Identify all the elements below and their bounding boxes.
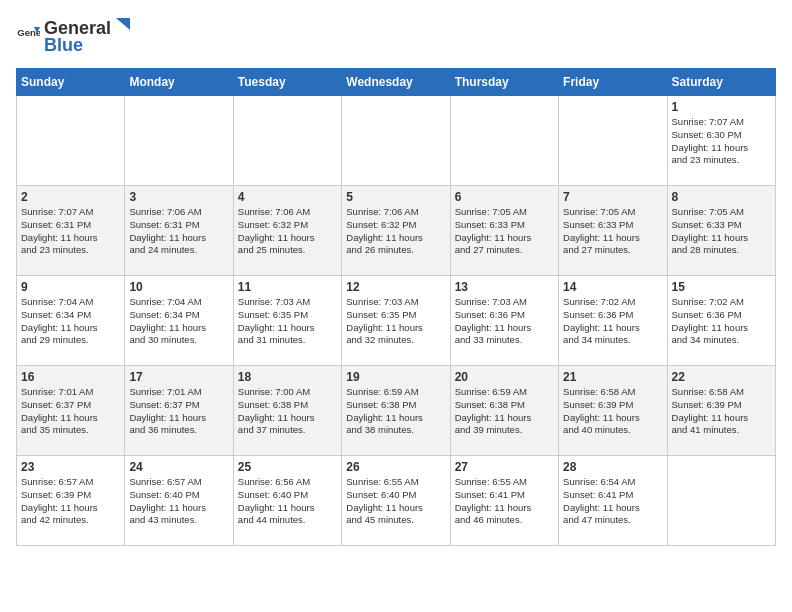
calendar-week-5: 23Sunrise: 6:57 AM Sunset: 6:39 PM Dayli… <box>17 456 776 546</box>
calendar-cell: 13Sunrise: 7:03 AM Sunset: 6:36 PM Dayli… <box>450 276 558 366</box>
day-info: Sunrise: 6:56 AM Sunset: 6:40 PM Dayligh… <box>238 476 337 527</box>
day-info: Sunrise: 7:00 AM Sunset: 6:38 PM Dayligh… <box>238 386 337 437</box>
weekday-header-row: SundayMondayTuesdayWednesdayThursdayFrid… <box>17 69 776 96</box>
day-number: 24 <box>129 460 228 474</box>
calendar-cell: 26Sunrise: 6:55 AM Sunset: 6:40 PM Dayli… <box>342 456 450 546</box>
calendar-cell: 12Sunrise: 7:03 AM Sunset: 6:35 PM Dayli… <box>342 276 450 366</box>
calendar-cell: 25Sunrise: 6:56 AM Sunset: 6:40 PM Dayli… <box>233 456 341 546</box>
calendar-cell: 27Sunrise: 6:55 AM Sunset: 6:41 PM Dayli… <box>450 456 558 546</box>
calendar-cell: 2Sunrise: 7:07 AM Sunset: 6:31 PM Daylig… <box>17 186 125 276</box>
day-info: Sunrise: 7:06 AM Sunset: 6:32 PM Dayligh… <box>238 206 337 257</box>
logo: General General Blue <box>16 16 131 56</box>
svg-marker-2 <box>116 18 130 30</box>
logo-triangle <box>112 16 130 34</box>
day-info: Sunrise: 7:06 AM Sunset: 6:31 PM Dayligh… <box>129 206 228 257</box>
calendar-cell: 14Sunrise: 7:02 AM Sunset: 6:36 PM Dayli… <box>559 276 667 366</box>
day-info: Sunrise: 7:04 AM Sunset: 6:34 PM Dayligh… <box>129 296 228 347</box>
calendar-week-4: 16Sunrise: 7:01 AM Sunset: 6:37 PM Dayli… <box>17 366 776 456</box>
calendar-cell <box>342 96 450 186</box>
day-info: Sunrise: 7:04 AM Sunset: 6:34 PM Dayligh… <box>21 296 120 347</box>
weekday-header-wednesday: Wednesday <box>342 69 450 96</box>
day-number: 1 <box>672 100 771 114</box>
calendar-week-2: 2Sunrise: 7:07 AM Sunset: 6:31 PM Daylig… <box>17 186 776 276</box>
day-number: 14 <box>563 280 662 294</box>
calendar-week-1: 1Sunrise: 7:07 AM Sunset: 6:30 PM Daylig… <box>17 96 776 186</box>
day-info: Sunrise: 7:05 AM Sunset: 6:33 PM Dayligh… <box>672 206 771 257</box>
calendar-week-3: 9Sunrise: 7:04 AM Sunset: 6:34 PM Daylig… <box>17 276 776 366</box>
day-info: Sunrise: 7:03 AM Sunset: 6:35 PM Dayligh… <box>346 296 445 347</box>
day-info: Sunrise: 7:01 AM Sunset: 6:37 PM Dayligh… <box>129 386 228 437</box>
calendar-cell: 15Sunrise: 7:02 AM Sunset: 6:36 PM Dayli… <box>667 276 775 366</box>
weekday-header-saturday: Saturday <box>667 69 775 96</box>
day-number: 5 <box>346 190 445 204</box>
day-info: Sunrise: 7:02 AM Sunset: 6:36 PM Dayligh… <box>563 296 662 347</box>
calendar-cell: 22Sunrise: 6:58 AM Sunset: 6:39 PM Dayli… <box>667 366 775 456</box>
calendar-cell <box>125 96 233 186</box>
day-number: 22 <box>672 370 771 384</box>
calendar-cell <box>17 96 125 186</box>
weekday-header-tuesday: Tuesday <box>233 69 341 96</box>
calendar-cell: 1Sunrise: 7:07 AM Sunset: 6:30 PM Daylig… <box>667 96 775 186</box>
day-number: 11 <box>238 280 337 294</box>
day-number: 6 <box>455 190 554 204</box>
day-info: Sunrise: 7:06 AM Sunset: 6:32 PM Dayligh… <box>346 206 445 257</box>
calendar-cell: 8Sunrise: 7:05 AM Sunset: 6:33 PM Daylig… <box>667 186 775 276</box>
calendar-cell: 10Sunrise: 7:04 AM Sunset: 6:34 PM Dayli… <box>125 276 233 366</box>
day-number: 19 <box>346 370 445 384</box>
day-info: Sunrise: 6:57 AM Sunset: 6:40 PM Dayligh… <box>129 476 228 527</box>
day-number: 26 <box>346 460 445 474</box>
calendar-cell: 23Sunrise: 6:57 AM Sunset: 6:39 PM Dayli… <box>17 456 125 546</box>
day-number: 23 <box>21 460 120 474</box>
day-number: 3 <box>129 190 228 204</box>
day-number: 4 <box>238 190 337 204</box>
day-info: Sunrise: 7:05 AM Sunset: 6:33 PM Dayligh… <box>455 206 554 257</box>
calendar-cell <box>667 456 775 546</box>
day-info: Sunrise: 6:55 AM Sunset: 6:40 PM Dayligh… <box>346 476 445 527</box>
day-number: 25 <box>238 460 337 474</box>
weekday-header-monday: Monday <box>125 69 233 96</box>
day-number: 10 <box>129 280 228 294</box>
calendar-cell: 7Sunrise: 7:05 AM Sunset: 6:33 PM Daylig… <box>559 186 667 276</box>
page-header: General General Blue <box>16 16 776 56</box>
calendar-cell <box>233 96 341 186</box>
calendar-cell: 5Sunrise: 7:06 AM Sunset: 6:32 PM Daylig… <box>342 186 450 276</box>
calendar-cell: 9Sunrise: 7:04 AM Sunset: 6:34 PM Daylig… <box>17 276 125 366</box>
calendar-cell: 16Sunrise: 7:01 AM Sunset: 6:37 PM Dayli… <box>17 366 125 456</box>
weekday-header-friday: Friday <box>559 69 667 96</box>
weekday-header-thursday: Thursday <box>450 69 558 96</box>
day-number: 2 <box>21 190 120 204</box>
day-info: Sunrise: 6:55 AM Sunset: 6:41 PM Dayligh… <box>455 476 554 527</box>
day-number: 18 <box>238 370 337 384</box>
calendar-cell: 17Sunrise: 7:01 AM Sunset: 6:37 PM Dayli… <box>125 366 233 456</box>
day-info: Sunrise: 6:57 AM Sunset: 6:39 PM Dayligh… <box>21 476 120 527</box>
calendar-table: SundayMondayTuesdayWednesdayThursdayFrid… <box>16 68 776 546</box>
day-number: 17 <box>129 370 228 384</box>
day-number: 12 <box>346 280 445 294</box>
calendar-cell: 11Sunrise: 7:03 AM Sunset: 6:35 PM Dayli… <box>233 276 341 366</box>
day-info: Sunrise: 7:07 AM Sunset: 6:30 PM Dayligh… <box>672 116 771 167</box>
day-info: Sunrise: 6:59 AM Sunset: 6:38 PM Dayligh… <box>346 386 445 437</box>
calendar-cell: 28Sunrise: 6:54 AM Sunset: 6:41 PM Dayli… <box>559 456 667 546</box>
day-info: Sunrise: 6:54 AM Sunset: 6:41 PM Dayligh… <box>563 476 662 527</box>
calendar-cell: 4Sunrise: 7:06 AM Sunset: 6:32 PM Daylig… <box>233 186 341 276</box>
day-number: 8 <box>672 190 771 204</box>
day-info: Sunrise: 6:58 AM Sunset: 6:39 PM Dayligh… <box>563 386 662 437</box>
calendar-cell: 3Sunrise: 7:06 AM Sunset: 6:31 PM Daylig… <box>125 186 233 276</box>
day-info: Sunrise: 6:59 AM Sunset: 6:38 PM Dayligh… <box>455 386 554 437</box>
day-number: 20 <box>455 370 554 384</box>
calendar-cell: 6Sunrise: 7:05 AM Sunset: 6:33 PM Daylig… <box>450 186 558 276</box>
weekday-header-sunday: Sunday <box>17 69 125 96</box>
calendar-cell: 24Sunrise: 6:57 AM Sunset: 6:40 PM Dayli… <box>125 456 233 546</box>
day-info: Sunrise: 7:01 AM Sunset: 6:37 PM Dayligh… <box>21 386 120 437</box>
day-number: 28 <box>563 460 662 474</box>
day-number: 15 <box>672 280 771 294</box>
day-number: 9 <box>21 280 120 294</box>
calendar-cell: 19Sunrise: 6:59 AM Sunset: 6:38 PM Dayli… <box>342 366 450 456</box>
calendar-cell <box>450 96 558 186</box>
day-info: Sunrise: 7:05 AM Sunset: 6:33 PM Dayligh… <box>563 206 662 257</box>
day-info: Sunrise: 7:03 AM Sunset: 6:36 PM Dayligh… <box>455 296 554 347</box>
calendar-cell: 20Sunrise: 6:59 AM Sunset: 6:38 PM Dayli… <box>450 366 558 456</box>
day-info: Sunrise: 7:03 AM Sunset: 6:35 PM Dayligh… <box>238 296 337 347</box>
day-info: Sunrise: 7:07 AM Sunset: 6:31 PM Dayligh… <box>21 206 120 257</box>
day-number: 7 <box>563 190 662 204</box>
